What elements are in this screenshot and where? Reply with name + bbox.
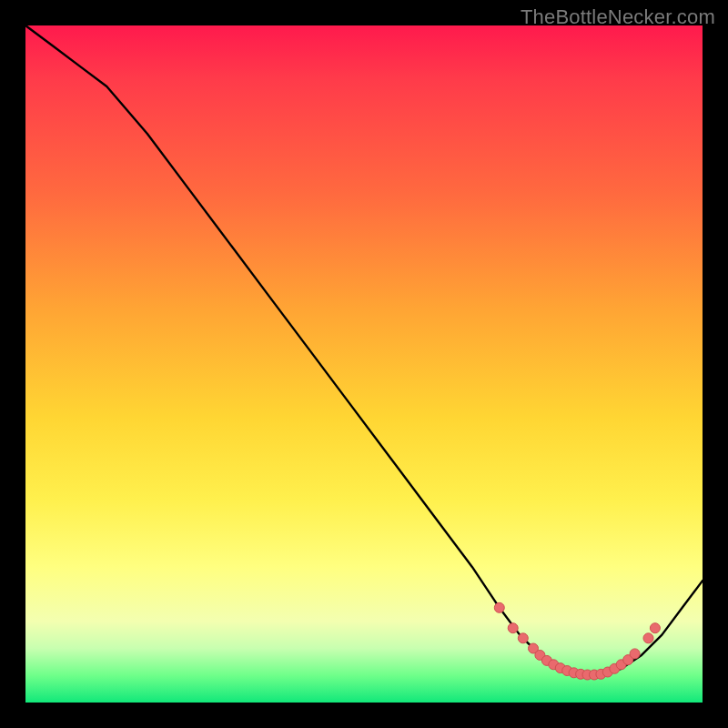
trough-dot bbox=[650, 623, 660, 633]
trough-dots bbox=[494, 602, 660, 680]
bottleneck-curve bbox=[25, 25, 703, 675]
trough-dot bbox=[643, 633, 653, 643]
trough-dot bbox=[518, 633, 528, 643]
trough-dot bbox=[630, 649, 640, 659]
plot-area bbox=[25, 25, 703, 703]
trough-dot bbox=[494, 602, 504, 612]
curve-layer bbox=[25, 25, 703, 703]
chart-frame: TheBottleNecker.com bbox=[0, 0, 728, 728]
trough-dot bbox=[508, 623, 518, 633]
